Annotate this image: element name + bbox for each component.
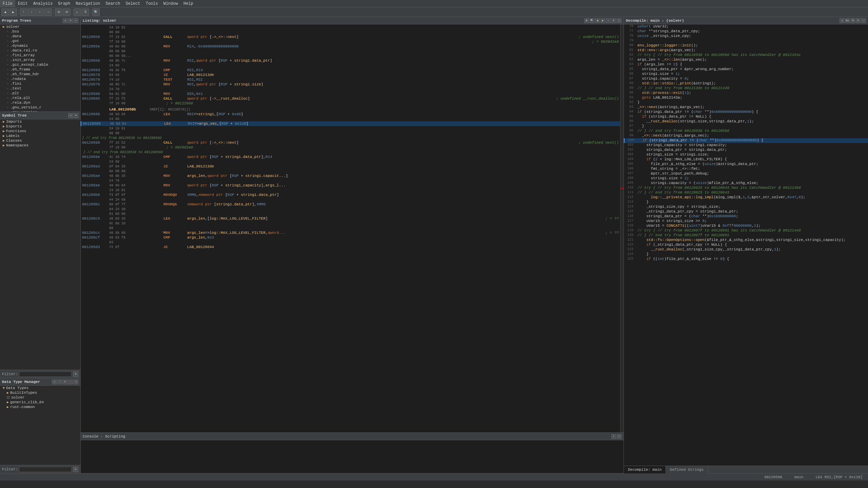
dec-line[interactable]: 110// try { // try from 00120625 to 0012… — [624, 186, 868, 190]
menu-window[interactable]: Window — [161, 0, 181, 7]
dec-line[interactable]: 125 if ((int)file_ptr_&_sthg_else != 0) … — [624, 257, 868, 262]
dtm-icon2[interactable]: → — [57, 380, 62, 384]
dec-line[interactable]: 101 string1_capacity = string1.capacity; — [624, 143, 868, 148]
symbol-exports[interactable]: ▶ Exports — [0, 124, 80, 129]
dec-line[interactable]: 80env_logger::logger::init(); — [624, 43, 868, 48]
menu-select[interactable]: Select — [123, 0, 143, 7]
dec-line[interactable]: 119// try { // try from 0012067f to 0012… — [624, 228, 868, 233]
code-line[interactable]: 24 70 — [81, 87, 620, 92]
dec-line[interactable]: 85 string1_data_ptr = &ptr_wrong_arg_num… — [624, 67, 868, 72]
symbol-labels[interactable]: ▶ Labels — [0, 134, 80, 138]
dec-line[interactable]: 104 if (2 < log::MAX_LOG_LEVEL_FILTER) { — [624, 157, 868, 162]
tb-run[interactable]: ▶ — [74, 8, 81, 16]
symbol-imports[interactable]: ▶ Imports — [0, 119, 80, 124]
filter2-btn[interactable]: ✕ — [73, 467, 78, 472]
scroll-indicator-bar[interactable] — [620, 24, 624, 432]
menu-help[interactable]: Help — [181, 0, 196, 7]
dec-icon4[interactable]: □ — [861, 18, 866, 23]
code-line[interactable]: 00120580 ba 01 00 MOV EDX,0x1 — [81, 92, 620, 96]
dec-line[interactable]: 95 if (string1.data_ptr != NULL) { — [624, 115, 868, 119]
listing-icon7[interactable]: □ — [617, 18, 622, 23]
dt-item-rust-common[interactable]: ▶ rust-common — [0, 405, 80, 409]
dec-icon1[interactable]: ◁ — [840, 18, 844, 23]
code-line[interactable]: 00 00 — [81, 131, 620, 136]
tree-item-rela-dyn[interactable]: · .rela.dyn — [0, 100, 80, 105]
tree-item-fini-array[interactable]: · .fini_array — [0, 53, 80, 58]
listing-icon4[interactable]: ▶ — [600, 18, 605, 23]
dec-line[interactable]: 98// } // end try from 00120538 to 00120… — [624, 129, 868, 134]
tree-item-eh-frame[interactable]: · .eh_frame — [0, 67, 80, 72]
code-line[interactable]: 001205ae 48 8b 35 MOV args_len,qword ptr… — [81, 174, 620, 178]
dec-line[interactable]: 97 } — [624, 124, 868, 129]
dt-item-builtintypes[interactable]: ▶ BuiltInTypes — [0, 390, 80, 395]
dec-line[interactable]: 107 &ptr_str_input_path_debug; — [624, 171, 868, 176]
label-line[interactable]: LAB_001205Bb XREF[1]: 00120579(j) — [81, 107, 620, 112]
tree-item-plt[interactable]: · .plt — [0, 91, 80, 96]
code-line[interactable]: 001205cf 48 83 f8 CMP args_len,0x3 — [81, 235, 620, 240]
tb-right[interactable]: → — [44, 8, 52, 16]
pt-icon3[interactable]: − — [74, 18, 78, 23]
dec-line[interactable]: 124 } — [624, 252, 868, 257]
tree-item-solver[interactable]: ▶ solver — [0, 24, 80, 29]
dec-line[interactable]: 112 log::__private_api::log_impl(&log_im… — [624, 195, 868, 200]
code-line[interactable]: 0012055e 49 be 00 MOV R14,-0x80000000000… — [81, 44, 620, 49]
dec-icon2[interactable]: ⟲ — [850, 18, 855, 23]
code-line[interactable]: 00120558 ff 15 92 CALL qword ptr [->_<>:… — [81, 35, 620, 39]
dec-line[interactable]: 113 } — [624, 200, 868, 205]
dec-icon-ro[interactable]: Ro — [845, 18, 850, 23]
symbol-namespaces[interactable]: ▶ Namespaces — [0, 143, 80, 148]
symbol-filter-input[interactable] — [19, 371, 72, 377]
code-line[interactable]: 24 68 — [81, 159, 620, 164]
listing-icon1[interactable]: ⊞ — [584, 18, 589, 23]
code-line[interactable]: 24 68 — [81, 63, 620, 68]
code-line[interactable]: 00120570 84 68 JZ LAB_001213de — [81, 73, 620, 77]
menu-edit[interactable]: Edit — [15, 0, 31, 7]
dec-line[interactable]: 90 std::process::exit(1); — [624, 91, 868, 96]
dec-line[interactable]: 89// } // end try from 001213de to 00121… — [624, 86, 868, 91]
dec-line[interactable]: 94if (string1.data_ptr != (char **)0x800… — [624, 110, 868, 115]
code-line[interactable]: 001205c5 48 8d 35 LEA args_len,[log::MAX… — [81, 216, 620, 221]
code-line[interactable]: 7f 16 00 ; = 00122860 — [81, 101, 620, 106]
code-line[interactable]: 0012059e 4c 39 74 CMP qword ptr [RSP + s… — [81, 155, 620, 159]
menu-file[interactable]: File — [0, 0, 15, 7]
code-line[interactable]: 001205cc 48 8b 0b MOV args_len=>log::MAX… — [81, 230, 620, 235]
dec-icon3[interactable]: ≡ — [856, 18, 861, 23]
console-icon2[interactable]: □ — [617, 434, 622, 439]
dec-line[interactable]: 109 string1.capacity = (usize)&file_ptr_… — [624, 181, 868, 186]
tb-search[interactable]: 🔍 — [92, 8, 100, 16]
dec-line[interactable]: 114 _string1_size_cpy = string1_size; — [624, 205, 868, 209]
active-code-line[interactable]: 00120590 48 8d b4 LEA RSI=>args_vec,[RSP… — [81, 121, 620, 126]
dec-line[interactable]: 106 fmt_string = _<>::fmt; — [624, 167, 868, 171]
tb-back[interactable]: ◀ — [1, 8, 9, 16]
tb-forward[interactable]: ▶ — [9, 8, 17, 16]
dtm-icon3[interactable]: ≡ — [63, 380, 67, 384]
dec-line[interactable]: 91 goto LAB_0012143a; — [624, 96, 868, 100]
dec-line[interactable]: 76ushort uVar32; — [624, 24, 868, 29]
dec-line[interactable]: 108 string1.size = 2; — [624, 176, 868, 181]
code-line[interactable]: 00 — [81, 226, 620, 230]
code-line[interactable]: 44 24 68 — [81, 197, 620, 202]
pt-icon2[interactable]: + — [68, 18, 73, 23]
tab-decompile-main[interactable]: Decompile: main — [624, 466, 666, 473]
code-line[interactable]: 0012056d 49 3e f6 CMP RSI,R14 — [81, 68, 620, 73]
tb-script[interactable]: S — [82, 8, 89, 16]
st-icon1[interactable]: ◁ — [68, 113, 73, 118]
dec-line[interactable]: 77char **string1_data_ptr_cpy; — [624, 29, 868, 34]
code-line[interactable]: 84 24 30 — [81, 207, 620, 211]
code-line[interactable]: 001205bc 66 0f 7f MOVDQA xmmword ptr [st… — [81, 202, 620, 207]
listing-icon6[interactable]: ≡ — [611, 18, 616, 23]
pt-icon1[interactable]: ◁ — [63, 18, 67, 23]
console-icon1[interactable]: + — [611, 434, 616, 439]
code-line[interactable]: 7f 16 00 ; = 0020d2a8 — [81, 39, 620, 44]
code-line[interactable]: 24 68 — [81, 117, 620, 121]
code-line[interactable]: 0e 00 00 — [81, 169, 620, 174]
dec-line[interactable]: 105 file_ptr_&_sthg_else = (usize)&strin… — [624, 162, 868, 167]
dec-line[interactable]: 78usize _string1_size_cpy; — [624, 34, 868, 39]
dec-line[interactable]: 121 std::fs::OpenOptions::open(&file_ptr… — [624, 238, 868, 243]
dec-line[interactable]: 86 string1.size = 1; — [624, 72, 868, 77]
symbol-classes[interactable]: ▶ Classes — [0, 138, 80, 143]
tb-redo[interactable]: ⟳ — [63, 8, 71, 16]
tb-up[interactable]: ↑ — [20, 8, 27, 16]
tree-item-init-array[interactable]: · .init_array — [0, 58, 80, 62]
dec-line[interactable]: 93_<>::next(&string1,&args_vec); — [624, 105, 868, 110]
